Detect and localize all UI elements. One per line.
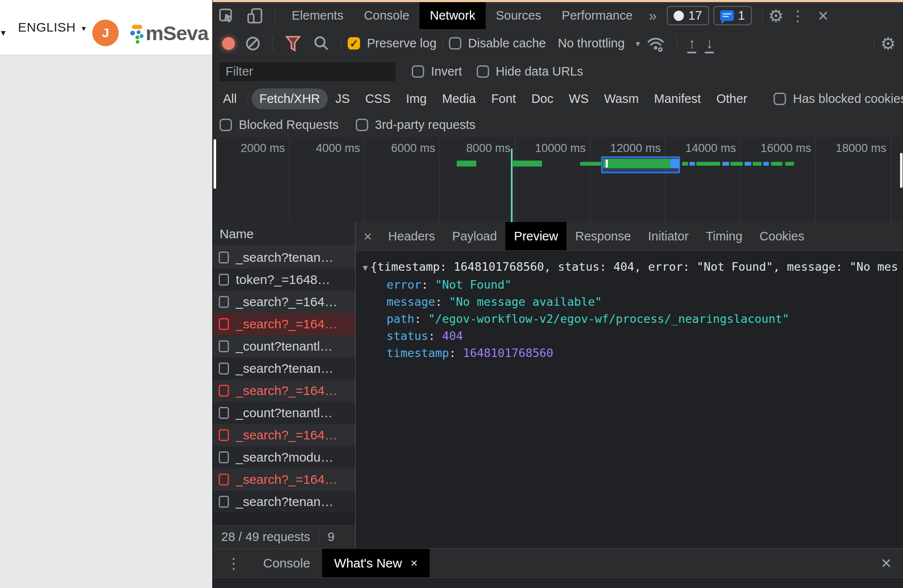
json-property: timestamp: 1648101768560: [363, 345, 903, 362]
timeline-tick-label: 12000 ms: [575, 142, 661, 155]
has-blocked-cookies-toggle[interactable]: Has blocked cookies: [774, 92, 903, 106]
detail-tab-timing[interactable]: Timing: [697, 222, 751, 250]
hide-data-urls-toggle[interactable]: Hide data URLs: [477, 64, 583, 79]
edge-caret-icon[interactable]: ▾: [1, 27, 6, 38]
request-row[interactable]: _search?_=164…: [213, 291, 355, 313]
disable-cache-checkbox[interactable]: [449, 37, 461, 50]
hide-data-urls-checkbox[interactable]: [477, 65, 489, 78]
request-row[interactable]: _search?_=164…: [213, 380, 355, 402]
inspect-element-icon[interactable]: [213, 2, 241, 29]
request-row[interactable]: _search?tenan…: [213, 246, 355, 269]
network-toolbar: ✓ Preserve log Disable cache No throttli…: [213, 29, 903, 58]
timeline-scrollbar-thumb[interactable]: [900, 153, 903, 188]
drawer-close-icon[interactable]: ×: [875, 554, 897, 572]
device-toolbar-icon[interactable]: [241, 2, 269, 29]
record-button[interactable]: [222, 37, 235, 50]
request-row[interactable]: _search?_=164…: [213, 424, 355, 446]
detail-tab-initiator[interactable]: Initiator: [639, 222, 697, 250]
chip-js[interactable]: JS: [328, 88, 358, 109]
request-row[interactable]: _count?tenantl…: [213, 402, 355, 424]
timeline-tick-label: 18000 ms: [801, 142, 886, 155]
drawer-menu-icon[interactable]: ⋮: [216, 555, 251, 572]
request-row[interactable]: token?_=1648…: [213, 269, 355, 291]
invert-toggle[interactable]: Invert: [412, 64, 462, 79]
request-type-filter-row: AllFetch/XHRJSCSSImgMediaFontDocWSWasmMa…: [213, 85, 903, 112]
close-detail-icon[interactable]: ×: [356, 229, 380, 243]
request-row[interactable]: _search?tenan…: [213, 491, 355, 513]
chip-doc[interactable]: Doc: [524, 88, 561, 109]
chip-ws[interactable]: WS: [561, 88, 597, 109]
request-row[interactable]: _search?tenan…: [213, 357, 355, 380]
timeline-tick-label: 2000 ms: [213, 142, 285, 155]
blocked-requests-toggle[interactable]: Blocked Requests: [220, 118, 339, 132]
drawer-tab-whats-new[interactable]: What's New ×: [322, 549, 429, 578]
chip-img[interactable]: Img: [399, 88, 434, 109]
devtools-menu-icon[interactable]: ⋮: [784, 7, 812, 24]
network-overview-timeline[interactable]: 2000 ms4000 ms6000 ms8000 ms10000 ms1200…: [213, 137, 903, 222]
invert-checkbox[interactable]: [412, 65, 424, 78]
devtools-close-icon[interactable]: ×: [812, 7, 835, 25]
clear-icon[interactable]: [239, 29, 267, 58]
request-row[interactable]: _count?tenantl…: [213, 335, 355, 357]
preserve-log-checkbox[interactable]: ✓: [348, 37, 360, 50]
third-party-toggle[interactable]: 3rd-party requests: [356, 118, 475, 132]
detail-tab-cookies[interactable]: Cookies: [751, 222, 813, 250]
import-har-icon[interactable]: ↑: [683, 35, 701, 52]
name-column-header[interactable]: Name: [213, 222, 355, 246]
chip-fetch-xhr[interactable]: Fetch/XHR: [252, 88, 328, 109]
chip-all[interactable]: All: [215, 88, 244, 109]
json-root-line[interactable]: ▼ {timestamp: 1648101768560, status: 404…: [363, 258, 903, 276]
chip-media[interactable]: Media: [434, 88, 484, 109]
expander-triangle-icon[interactable]: ▼: [363, 259, 368, 276]
settings-gear-icon[interactable]: ⚙: [768, 6, 784, 26]
filter-funnel-icon[interactable]: [279, 29, 307, 58]
timeline-activity-segment: [580, 162, 601, 166]
export-har-icon[interactable]: ↓: [701, 35, 718, 52]
timeline-activity-segment: [512, 161, 542, 167]
web-page: ▾ ENGLISH ▾ J mSeva: [0, 0, 212, 588]
drawer-tab-console[interactable]: Console: [251, 549, 322, 578]
disable-cache-toggle[interactable]: Disable cache: [449, 36, 546, 50]
filter-input[interactable]: [220, 62, 396, 81]
json-colon: :: [435, 295, 449, 308]
tab-elements[interactable]: Elements: [281, 2, 354, 29]
timeline-activity-segment: [603, 159, 671, 168]
request-row[interactable]: _search?modu…: [213, 446, 355, 468]
tab-network[interactable]: Network: [419, 2, 485, 29]
tab-performance[interactable]: Performance: [551, 2, 643, 29]
chip-other[interactable]: Other: [709, 88, 755, 109]
chip-css[interactable]: CSS: [358, 88, 399, 109]
network-settings-gear-icon[interactable]: ⚙: [880, 34, 896, 53]
detail-tab-preview[interactable]: Preview: [505, 222, 566, 250]
has-blocked-cookies-checkbox[interactable]: [774, 93, 786, 105]
more-tabs-icon[interactable]: »: [643, 8, 663, 24]
detail-tab-payload[interactable]: Payload: [443, 222, 505, 250]
tab-sources[interactable]: Sources: [486, 2, 551, 29]
blocked-requests-checkbox[interactable]: [220, 119, 232, 131]
json-value: 404: [442, 329, 463, 342]
request-type-chips: AllFetch/XHRJSCSSImgMediaFontDocWSWasmMa…: [215, 88, 755, 109]
detail-tab-headers[interactable]: Headers: [380, 222, 444, 250]
request-name: _search?modu…: [236, 450, 333, 465]
detail-tab-response[interactable]: Response: [566, 222, 639, 250]
chip-font[interactable]: Font: [484, 88, 524, 109]
close-whats-new-icon[interactable]: ×: [410, 556, 417, 570]
chip-manifest[interactable]: Manifest: [646, 88, 709, 109]
request-row[interactable]: _search?_=164…: [213, 313, 355, 335]
language-label: ENGLISH: [18, 20, 76, 35]
hide-data-urls-label: Hide data URLs: [496, 64, 583, 79]
throttling-select[interactable]: No throttling ▾: [558, 36, 640, 50]
network-conditions-icon[interactable]: [640, 29, 671, 58]
tab-console[interactable]: Console: [354, 2, 419, 29]
messages-badge[interactable]: 1: [713, 6, 752, 25]
request-row[interactable]: _search?_=164…: [213, 468, 355, 491]
request-doc-icon: [219, 274, 229, 286]
language-selector[interactable]: ENGLISH ▾: [18, 20, 86, 35]
third-party-checkbox[interactable]: [356, 119, 368, 131]
search-icon[interactable]: [307, 29, 335, 58]
preserve-log-toggle[interactable]: ✓ Preserve log: [348, 36, 437, 50]
chip-wasm[interactable]: Wasm: [596, 88, 646, 109]
drawer-bar: ⋮ Console What's New × ×: [213, 548, 903, 578]
issues-badge[interactable]: 17: [667, 6, 709, 25]
avatar[interactable]: J: [92, 20, 119, 46]
